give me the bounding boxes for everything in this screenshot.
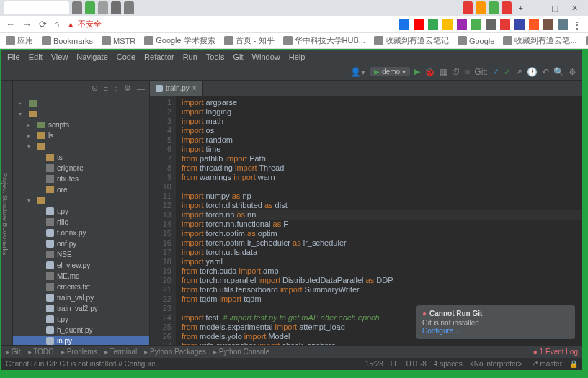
menu-git[interactable]: Git (233, 53, 244, 61)
lock-icon[interactable]: 🔒 (569, 360, 578, 368)
ext-icon[interactable] (500, 19, 510, 30)
ext-icon[interactable] (486, 19, 496, 30)
profile-button[interactable]: ⏱ (452, 67, 460, 77)
popup-configure-link[interactable]: Configure... (422, 327, 569, 335)
tree-row[interactable]: t.py (13, 206, 149, 217)
tool-window-stripe[interactable]: Project Structure Bookmarks (1, 81, 13, 345)
address-bar[interactable]: ▲ 不安全 (67, 19, 102, 30)
menu-icon[interactable]: ⋮ (572, 19, 582, 30)
tree-row[interactable]: ME.md (13, 271, 149, 282)
ext-icon[interactable] (529, 19, 539, 30)
menu-file[interactable]: File (7, 53, 20, 61)
project-tree[interactable]: ▸▾▸scripts▸ls▾tserignoreributesore▾t.pyr… (13, 96, 149, 345)
bookmark-item[interactable]: Bookmarks (42, 36, 93, 45)
bookmark-item[interactable]: 收藏到有道云笔... (503, 35, 576, 46)
tree-row[interactable]: ts (13, 152, 149, 163)
tree-row[interactable]: h_quent.py (13, 325, 149, 336)
tree-row[interactable]: rfile (13, 217, 149, 228)
vcs-update-icon[interactable]: ✓ (492, 67, 499, 77)
menu-view[interactable]: View (51, 53, 68, 61)
tree-row[interactable]: ▾ (13, 109, 149, 120)
select-open-file-icon[interactable]: ⊙ (92, 84, 98, 93)
tree-row[interactable]: ▸ls (13, 130, 149, 141)
bookmark-item[interactable]: 华中科技大学HUB... (283, 35, 365, 46)
tree-arrow-icon[interactable]: ▸ (27, 132, 35, 139)
settings-icon[interactable]: ⚙ (124, 84, 131, 93)
bookmark-item[interactable]: MSTR (102, 36, 135, 45)
ext-icon[interactable] (543, 19, 553, 30)
tree-arrow-icon[interactable]: ▸ (27, 122, 35, 128)
browser-tab[interactable] (463, 1, 473, 14)
search-icon[interactable]: 🔍 (553, 67, 564, 77)
tree-row[interactable]: NSE (13, 249, 149, 260)
ext-icon[interactable] (558, 19, 568, 30)
vcs-commit-icon[interactable]: ✓ (504, 67, 511, 77)
vcs-history-icon[interactable]: 🕐 (527, 67, 538, 77)
ext-icon[interactable] (442, 19, 453, 30)
tree-row[interactable]: ements.txt (13, 282, 149, 292)
window-maximize-icon[interactable]: ▢ (551, 4, 558, 13)
ext-icon[interactable] (514, 19, 525, 30)
browser-tab[interactable] (85, 1, 95, 14)
git-branch[interactable]: ⎇ master (530, 360, 562, 368)
vcs-push-icon[interactable]: ↗ (515, 67, 522, 77)
settings-icon[interactable]: ⚙ (569, 67, 576, 77)
bottom-tab-python-console[interactable]: ▸ Python Console (213, 348, 270, 356)
menu-edit[interactable]: Edit (29, 53, 43, 61)
run-config[interactable]: ▶demo▾ (370, 67, 410, 76)
tree-row[interactable]: train_val2.py (13, 303, 149, 314)
browser-tab[interactable] (111, 1, 121, 14)
tree-row[interactable]: t.py (13, 314, 149, 325)
forward-button[interactable]: → (22, 19, 32, 30)
event-log[interactable]: ● 1 Event Log (533, 348, 578, 356)
browser-tab[interactable] (124, 1, 134, 14)
file-encoding[interactable]: UTF-8 (406, 360, 426, 368)
tree-row[interactable]: ▸ (13, 98, 149, 109)
reload-button[interactable]: ⟳ (39, 19, 47, 30)
bookmark-overflow[interactable]: 其他书签 (586, 35, 588, 46)
line-separator[interactable]: LF (391, 360, 399, 368)
status-message[interactable]: Cannot Run Git: Git is not installed // … (6, 360, 161, 368)
bookmark-item[interactable]: 应用 (6, 35, 33, 46)
tree-arrow-icon[interactable]: ▾ (27, 197, 35, 204)
menu-window[interactable]: Window (252, 53, 280, 61)
browser-tab[interactable] (502, 1, 512, 14)
close-tab-icon[interactable]: × (192, 84, 197, 92)
interpreter-label[interactable]: <No interpreter> (470, 360, 522, 368)
stop-button[interactable]: ■ (465, 67, 470, 77)
tree-row[interactable]: t.onnx.py (13, 228, 149, 238)
vcs-rollback-icon[interactable]: ↶ (542, 67, 549, 77)
bookmark-item[interactable]: Google 学术搜索 (144, 35, 215, 46)
run-button[interactable]: ▶ (414, 67, 420, 76)
menu-navigate[interactable]: Navigate (76, 53, 107, 61)
menu-refactor[interactable]: Refactor (144, 53, 174, 61)
tree-row[interactable]: train_val.py (13, 292, 149, 303)
browser-tab[interactable] (489, 1, 499, 14)
browser-tab[interactable] (72, 1, 82, 14)
ext-icon[interactable] (399, 19, 409, 30)
browser-tab[interactable] (476, 1, 486, 14)
ext-icon[interactable] (428, 19, 438, 30)
window-minimize-icon[interactable]: — (530, 4, 538, 13)
menu-tools[interactable]: Tools (206, 53, 225, 61)
back-button[interactable]: ← (6, 19, 15, 30)
menu-help[interactable]: Help (289, 53, 306, 61)
cursor-position[interactable]: 15:28 (365, 360, 383, 368)
expand-all-icon[interactable]: ≡ (104, 84, 108, 93)
tree-arrow-icon[interactable]: ▾ (27, 143, 35, 150)
tree-row[interactable]: onf.py (13, 238, 149, 249)
debug-button[interactable]: 🐞 (424, 67, 435, 77)
bookmark-item[interactable]: Google (458, 36, 494, 45)
menu-run[interactable]: Run (183, 53, 197, 61)
tree-arrow-icon[interactable]: ▾ (19, 111, 26, 117)
tree-row[interactable]: ▸scripts (13, 120, 149, 130)
collapse-all-icon[interactable]: ÷ (114, 84, 118, 93)
bookmark-item[interactable]: 收藏到有道云笔记 (374, 35, 449, 46)
user-icon[interactable]: 👤▾ (350, 67, 365, 77)
bottom-tab-todo[interactable]: ▸ TODO (28, 348, 54, 356)
ext-icon[interactable] (471, 19, 481, 30)
coverage-button[interactable]: ▦ (440, 67, 447, 77)
bottom-tab-problems[interactable]: ▸ Problems (61, 348, 97, 356)
bottom-tab-terminal[interactable]: ▸ Terminal (104, 348, 137, 356)
tree-row[interactable]: el_view.py (13, 260, 149, 271)
